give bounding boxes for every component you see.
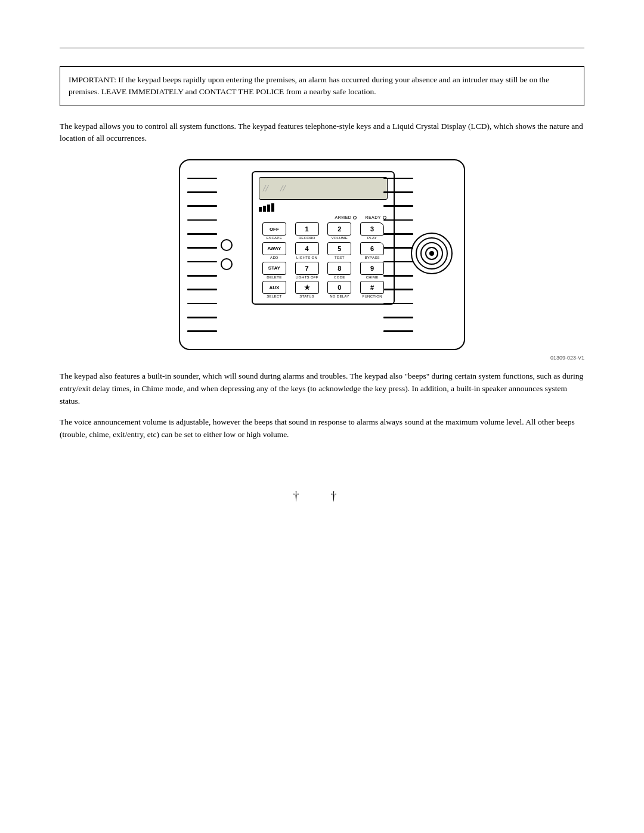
right-grille bbox=[383, 171, 413, 338]
grille-line bbox=[383, 205, 413, 207]
key-label-status: STATUS bbox=[299, 295, 314, 299]
grille-line bbox=[383, 330, 413, 332]
intro-paragraph: The keypad allows you to control all sys… bbox=[60, 120, 584, 145]
warning-text: IMPORTANT: If the keypad beeps rapidly u… bbox=[69, 75, 549, 96]
key-cell-1: 1 RECORD bbox=[292, 222, 323, 240]
vol-bar-4 bbox=[271, 203, 274, 212]
key-label-chime: CHIME bbox=[366, 275, 379, 280]
key-7[interactable]: 7 bbox=[295, 262, 319, 275]
warning-box: IMPORTANT: If the keypad beeps rapidly u… bbox=[60, 66, 584, 106]
status-indicator-row: ARMED READY bbox=[259, 215, 388, 219]
key-label-function: FUNCTION bbox=[362, 295, 382, 299]
key-2[interactable]: 2 bbox=[327, 222, 351, 236]
key-cell-0: 0 NO DELAY bbox=[324, 281, 355, 299]
grille-line bbox=[383, 289, 413, 290]
grille-line bbox=[187, 289, 217, 290]
key-cell-away: AWAY ADD bbox=[259, 242, 290, 260]
key-label-nodelay: NO DELAY bbox=[330, 295, 349, 299]
lcd-slash-left: // bbox=[263, 183, 268, 194]
vol-bar-3 bbox=[267, 205, 270, 212]
key-0[interactable]: 0 bbox=[327, 281, 351, 294]
key-star[interactable]: ★ bbox=[295, 281, 319, 294]
key-stay[interactable]: STAY bbox=[262, 262, 286, 275]
key-label-add: ADD bbox=[270, 256, 278, 260]
key-label-code: CODE bbox=[334, 275, 345, 280]
key-3[interactable]: 3 bbox=[360, 222, 384, 236]
vol-bar-1 bbox=[259, 207, 262, 212]
lcd-slash-right: // bbox=[280, 183, 286, 194]
key-aux[interactable]: AUX bbox=[262, 281, 286, 294]
lcd-display: // // bbox=[259, 177, 388, 200]
key-hash[interactable]: # bbox=[360, 281, 384, 294]
key-6[interactable]: 6 bbox=[360, 242, 384, 255]
key-label-delete: DELETE bbox=[267, 275, 281, 280]
caption-text: 01309-023-V1 bbox=[550, 355, 584, 361]
armed-status: ARMED bbox=[335, 215, 357, 219]
key-label-bypass: BYPASS bbox=[364, 256, 379, 260]
key-cell-aux: AUX SELECT bbox=[259, 281, 290, 299]
key-label-volume: VOLUME bbox=[332, 236, 348, 240]
svg-point-4 bbox=[429, 251, 434, 256]
key-1[interactable]: 1 bbox=[295, 222, 319, 236]
key-5[interactable]: 5 bbox=[327, 242, 351, 255]
key-4[interactable]: 4 bbox=[295, 242, 319, 255]
key-label-select: SELECT bbox=[267, 295, 281, 299]
grille-line bbox=[187, 317, 217, 318]
key-cell-off: OFF ESCAPE bbox=[259, 222, 290, 240]
grille-line bbox=[187, 261, 217, 263]
volume-bars bbox=[259, 203, 388, 212]
speaker-icon bbox=[410, 232, 453, 275]
circle-top bbox=[221, 239, 233, 251]
key-off[interactable]: OFF bbox=[262, 222, 286, 236]
grille-line bbox=[383, 261, 413, 263]
key-grid: OFF ESCAPE 1 RECORD 2 VOLUME 3 PLAY AW bbox=[259, 222, 388, 298]
key-cell-star: ★ STATUS bbox=[292, 281, 323, 299]
grille-line bbox=[187, 275, 217, 277]
key-away[interactable]: AWAY bbox=[262, 242, 286, 255]
grille-line bbox=[383, 303, 413, 305]
key-label-record: RECORD bbox=[299, 236, 315, 240]
key-8[interactable]: 8 bbox=[327, 262, 351, 275]
grille-line bbox=[383, 233, 413, 235]
key-label-test: TEST bbox=[335, 256, 345, 260]
key-cell-7: 7 LIGHTS OFF bbox=[292, 262, 323, 280]
grille-line bbox=[187, 178, 217, 179]
grille-line bbox=[187, 233, 217, 235]
grille-line bbox=[187, 219, 217, 221]
armed-dot bbox=[353, 216, 357, 219]
key-cell-4: 4 LIGHTS ON bbox=[292, 242, 323, 260]
left-indicator-circles bbox=[221, 239, 233, 270]
key-label-lights-on: LIGHTS ON bbox=[296, 256, 317, 260]
grille-line bbox=[187, 330, 217, 332]
keypad-outer-shell: // // ARMED READY bbox=[179, 159, 465, 350]
grille-line bbox=[187, 191, 217, 193]
horizontal-divider bbox=[60, 48, 584, 48]
key-label-escape: ESCAPE bbox=[267, 236, 282, 240]
body-text-2: The voice announcement volume is adjusta… bbox=[60, 416, 584, 441]
grille-line bbox=[383, 191, 413, 193]
key-cell-stay: STAY DELETE bbox=[259, 262, 290, 280]
grille-line bbox=[383, 275, 413, 277]
grille-line bbox=[383, 219, 413, 221]
grille-line bbox=[383, 178, 413, 179]
grille-line bbox=[187, 205, 217, 207]
footer-symbols: † † bbox=[60, 489, 584, 503]
right-speaker bbox=[410, 232, 453, 277]
circle-bottom bbox=[221, 258, 233, 270]
vol-bar-2 bbox=[263, 206, 266, 212]
body-text-1: The keypad also features a built-in soun… bbox=[60, 370, 584, 408]
key-cell-5: 5 TEST bbox=[324, 242, 355, 260]
key-cell-8: 8 CODE bbox=[324, 262, 355, 280]
diagram-caption: 01309-023-V1 bbox=[60, 355, 584, 361]
left-grille bbox=[187, 171, 217, 338]
grille-line bbox=[383, 317, 413, 318]
keypad-diagram: // // ARMED READY bbox=[60, 159, 584, 350]
key-cell-2: 2 VOLUME bbox=[324, 222, 355, 240]
keypad-panel: // // ARMED READY bbox=[252, 171, 395, 304]
key-label-play: PLAY bbox=[367, 236, 377, 240]
grille-line bbox=[187, 247, 217, 249]
grille-line bbox=[383, 247, 413, 249]
grille-line bbox=[187, 303, 217, 305]
key-9[interactable]: 9 bbox=[360, 262, 384, 275]
key-label-lights-off: LIGHTS OFF bbox=[295, 275, 318, 280]
